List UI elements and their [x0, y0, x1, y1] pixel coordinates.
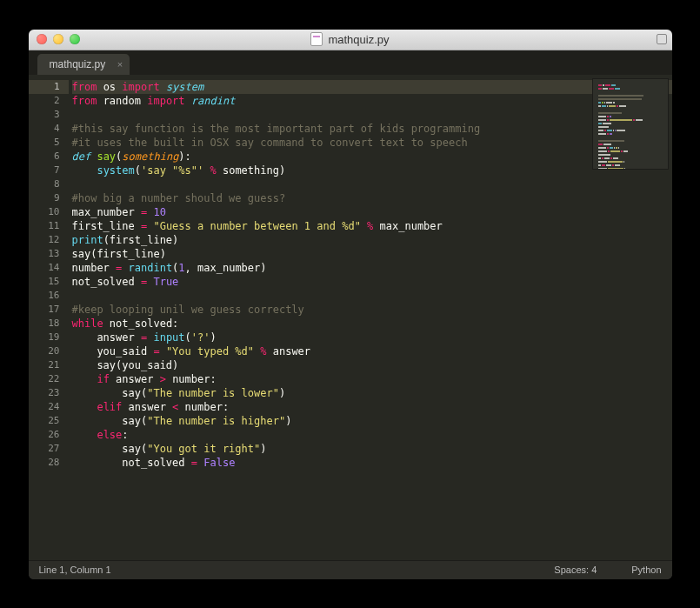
- line-number: 3: [29, 108, 60, 122]
- line-number: 11: [29, 219, 60, 233]
- code-line[interactable]: first_line = "Guess a number between 1 a…: [72, 219, 672, 233]
- line-number: 9: [29, 191, 60, 205]
- code-line[interactable]: #this say function is the most important…: [72, 122, 672, 136]
- close-icon[interactable]: ×: [117, 59, 123, 70]
- line-number: 22: [29, 372, 60, 386]
- code-line[interactable]: answer = input('?'): [72, 331, 672, 344]
- line-number: 6: [29, 150, 60, 164]
- line-number: 21: [29, 358, 60, 372]
- code-line[interactable]: if answer > number:: [72, 372, 672, 386]
- line-number: 17: [29, 303, 60, 317]
- code-line[interactable]: [72, 289, 672, 303]
- line-number: 18: [29, 317, 60, 331]
- line-number: 24: [29, 400, 60, 414]
- code-line[interactable]: #keep looping unil we guess correctly: [72, 303, 672, 317]
- line-number: 28: [29, 456, 60, 470]
- line-number: 16: [29, 289, 60, 303]
- status-position[interactable]: Line 1, Column 1: [39, 565, 111, 575]
- status-spaces[interactable]: Spaces: 4: [554, 565, 597, 575]
- code-content[interactable]: from os import systemfrom random import …: [69, 75, 672, 560]
- editor-window: mathquiz.py mathquiz.py × 12345678910111…: [29, 30, 672, 579]
- editor-area[interactable]: 1234567891011121314151617181920212223242…: [29, 75, 672, 560]
- code-line[interactable]: say(you_said): [72, 358, 672, 372]
- code-line[interactable]: print(first_line): [72, 233, 672, 247]
- code-line[interactable]: from os import system: [72, 80, 672, 94]
- code-line[interactable]: you_said = "You typed %d" % answer: [72, 344, 672, 358]
- line-number: 14: [29, 261, 60, 275]
- code-line[interactable]: system('say "%s"' % something): [72, 164, 672, 177]
- status-language[interactable]: Python: [631, 565, 661, 575]
- line-number: 26: [29, 428, 60, 442]
- line-number: 8: [29, 177, 60, 191]
- code-line[interactable]: def say(something):: [72, 150, 672, 164]
- code-line[interactable]: [72, 108, 672, 122]
- line-number: 10: [29, 205, 60, 219]
- minimize-icon[interactable]: [53, 34, 63, 44]
- code-line[interactable]: say("The number is higher"): [72, 414, 672, 428]
- line-number: 15: [29, 275, 60, 289]
- code-line[interactable]: while not_solved:: [72, 317, 672, 331]
- line-number: 19: [29, 331, 60, 344]
- code-line[interactable]: max_number = 10: [72, 205, 672, 219]
- line-gutter: 1234567891011121314151617181920212223242…: [29, 75, 69, 560]
- code-line[interactable]: say(first_line): [72, 247, 672, 261]
- code-line[interactable]: say("The number is lower"): [72, 386, 672, 400]
- line-number: 5: [29, 136, 60, 150]
- code-line[interactable]: elif answer < number:: [72, 400, 672, 414]
- code-line[interactable]: [72, 177, 672, 191]
- code-line[interactable]: not_solved = True: [72, 275, 672, 289]
- code-line[interactable]: from random import randint: [72, 94, 672, 108]
- tab-label: mathquiz.py: [50, 58, 106, 70]
- file-icon: [310, 32, 323, 46]
- line-number: 23: [29, 386, 60, 400]
- titlebar[interactable]: mathquiz.py: [29, 30, 672, 50]
- line-number: 1: [29, 80, 69, 94]
- window-title-text: mathquiz.py: [328, 33, 389, 46]
- statusbar: Line 1, Column 1 Spaces: 4 Python: [29, 560, 672, 579]
- expand-icon[interactable]: [657, 34, 667, 44]
- code-line[interactable]: else:: [72, 428, 672, 442]
- line-number: 27: [29, 442, 60, 456]
- line-number: 20: [29, 344, 60, 358]
- zoom-icon[interactable]: [70, 34, 80, 44]
- code-line[interactable]: number = randint(1, max_number): [72, 261, 672, 275]
- line-number: 2: [29, 94, 60, 108]
- close-icon[interactable]: [37, 34, 47, 44]
- code-line[interactable]: #how big a number should we guess?: [72, 191, 672, 205]
- line-number: 13: [29, 247, 60, 261]
- window-title: mathquiz.py: [29, 32, 672, 46]
- code-line[interactable]: say("You got it right"): [72, 442, 672, 456]
- line-number: 25: [29, 414, 60, 428]
- code-line[interactable]: #it uses the built in OSX say command to…: [72, 136, 672, 150]
- line-number: 12: [29, 233, 60, 247]
- line-number: 4: [29, 122, 60, 136]
- tabbar: mathquiz.py ×: [29, 50, 672, 75]
- tab-mathquiz[interactable]: mathquiz.py ×: [37, 54, 130, 75]
- line-number: 7: [29, 164, 60, 177]
- minimap[interactable]: [592, 78, 669, 170]
- traffic-lights: [29, 34, 80, 44]
- code-line[interactable]: not_solved = False: [72, 456, 672, 470]
